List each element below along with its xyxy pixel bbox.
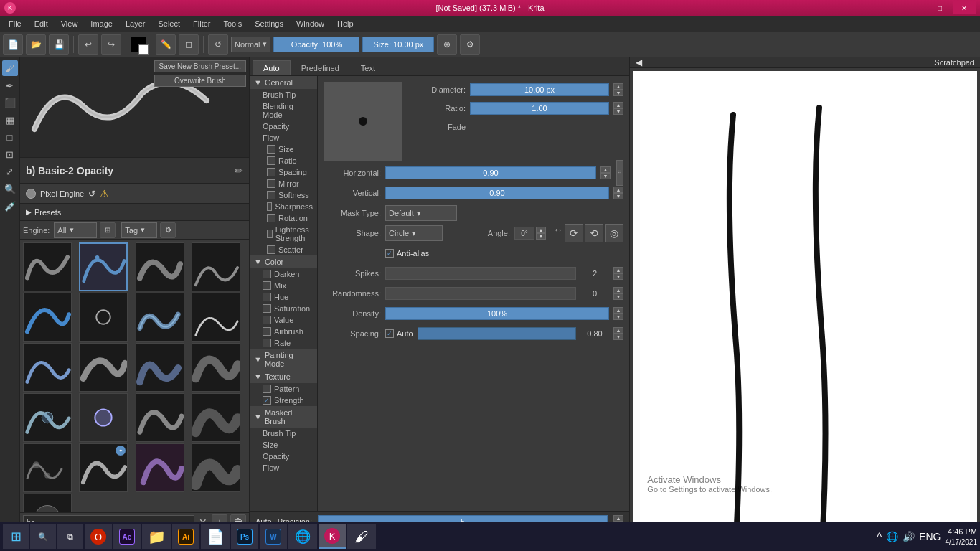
brush-preset-12[interactable] xyxy=(192,343,240,392)
spacing-spin[interactable]: ▲ ▼ xyxy=(613,327,623,340)
rnd-down[interactable]: ▼ xyxy=(613,293,623,300)
menu-layer[interactable]: Layer xyxy=(120,18,151,29)
item-opacity[interactable]: Opacity xyxy=(250,121,317,132)
tag-combo[interactable]: Tag ▾ xyxy=(121,222,157,238)
menu-edit[interactable]: Edit xyxy=(29,18,54,29)
spacing-auto-checkbox[interactable] xyxy=(385,329,394,338)
randomness-slider-track[interactable] xyxy=(385,287,576,300)
krita-app[interactable]: K xyxy=(319,524,346,549)
ratio-up[interactable]: ▲ xyxy=(613,102,623,108)
rnd-up[interactable]: ▲ xyxy=(613,287,623,293)
maximize-button[interactable]: □ xyxy=(928,1,951,14)
tray-chevron[interactable]: ^ xyxy=(877,531,882,542)
brush-preset-8[interactable] xyxy=(192,293,240,342)
brush-tool[interactable]: ✏️ xyxy=(156,34,176,55)
menu-tools[interactable]: Tools xyxy=(218,18,248,29)
masked-opacity[interactable]: Opacity xyxy=(250,451,317,462)
item-spacing[interactable]: Spacing xyxy=(250,166,317,178)
aftereffects-app[interactable]: Ae xyxy=(113,524,141,549)
new-file-button[interactable]: 📄 xyxy=(3,34,23,55)
item-size[interactable]: Size xyxy=(250,143,317,155)
item-hue[interactable]: Hue xyxy=(250,291,317,303)
brush-preset-20[interactable] xyxy=(192,443,240,492)
diameter-spin[interactable]: ▲ ▼ xyxy=(613,83,623,96)
hue-checkbox[interactable] xyxy=(263,293,271,301)
sp-up[interactable]: ▲ xyxy=(613,327,623,334)
menu-image[interactable]: Image xyxy=(85,18,118,29)
strength-checkbox[interactable] xyxy=(263,396,271,405)
item-brush-tip[interactable]: Brush Tip xyxy=(250,89,317,100)
angle-lock-btn[interactable]: ◎ xyxy=(605,224,623,242)
save-file-button[interactable]: 💾 xyxy=(49,34,69,55)
masked-size[interactable]: Size xyxy=(250,439,317,451)
eyedropper-tool[interactable]: 💉 xyxy=(2,198,18,214)
menu-settings[interactable]: Settings xyxy=(249,18,289,29)
size-slider[interactable]: Size: 10.00 px xyxy=(362,37,434,52)
item-saturation[interactable]: Saturation xyxy=(250,303,317,314)
brush-preset-17[interactable] xyxy=(23,443,72,492)
diameter-slider[interactable]: 10.00 px xyxy=(470,83,609,96)
undo-button[interactable]: ↩ xyxy=(78,34,98,55)
mask-type-combo[interactable]: Default ▾ xyxy=(385,205,457,221)
item-softness[interactable]: Softness xyxy=(250,189,317,201)
search-button[interactable]: 🔍 xyxy=(30,524,56,549)
h-down[interactable]: ▼ xyxy=(600,173,611,179)
ratio-spin[interactable]: ▲ ▼ xyxy=(613,102,623,115)
spikes-up[interactable]: ▲ xyxy=(613,267,623,273)
section-painting-mode[interactable]: ▼ Painting Mode xyxy=(250,349,317,370)
opera-app[interactable]: O xyxy=(85,524,112,549)
item-rotation[interactable]: Rotation xyxy=(250,212,317,224)
extra-app[interactable]: 🖌 xyxy=(347,524,376,549)
softness-checkbox[interactable] xyxy=(267,191,275,199)
den-down[interactable]: ▼ xyxy=(613,314,623,320)
gradient-tool[interactable]: ▦ xyxy=(2,112,18,128)
brush-preset-18[interactable]: ✦ xyxy=(79,443,128,492)
photoshop-app[interactable]: Ps xyxy=(231,524,258,549)
menu-view[interactable]: View xyxy=(55,18,84,29)
item-darken[interactable]: Darken xyxy=(250,268,317,280)
opacity-slider[interactable]: Opacity: 100% xyxy=(273,37,359,52)
tab-predefined[interactable]: Predefined xyxy=(291,60,350,75)
paint-brush-tool[interactable]: 🖌 xyxy=(2,60,18,76)
shape-combo[interactable]: Circle ▾ xyxy=(385,225,443,241)
menu-select[interactable]: Select xyxy=(152,18,186,29)
spikes-down[interactable]: ▼ xyxy=(613,273,623,280)
brush-preset-21[interactable] xyxy=(23,494,72,512)
clock[interactable]: 4:46 PM 4/17/2021 xyxy=(946,527,978,546)
menu-filter[interactable]: Filter xyxy=(187,18,216,29)
scratchpad-canvas[interactable] xyxy=(633,71,977,551)
antialias-checkbox[interactable] xyxy=(385,249,394,258)
vertical-spin[interactable]: ▲ ▼ xyxy=(613,187,623,199)
horizontal-spin[interactable]: ▲ ▼ xyxy=(600,166,611,179)
value-checkbox[interactable] xyxy=(263,316,271,324)
angle-spin[interactable]: ▲ ▼ xyxy=(536,227,546,240)
item-pattern[interactable]: Pattern xyxy=(250,383,317,395)
eraser-tool[interactable]: ◻ xyxy=(179,34,199,55)
item-ratio[interactable]: Ratio xyxy=(250,155,317,166)
brush-preset-9[interactable] xyxy=(23,343,72,392)
foreground-color[interactable] xyxy=(131,37,146,52)
overwrite-brush-button[interactable]: Overwrite Brush xyxy=(154,75,247,87)
lightness-checkbox[interactable] xyxy=(267,230,273,238)
diameter-down[interactable]: ▼ xyxy=(613,90,623,96)
spacing-checkbox[interactable] xyxy=(267,168,275,176)
darken-checkbox[interactable] xyxy=(263,270,271,278)
masked-brush-tip[interactable]: Brush Tip xyxy=(250,428,317,439)
size-checkbox[interactable] xyxy=(267,145,275,154)
item-mix[interactable]: Mix xyxy=(250,280,317,291)
rate-checkbox[interactable] xyxy=(263,339,271,347)
brush-preset-14[interactable] xyxy=(79,393,128,442)
menu-window[interactable]: Window xyxy=(291,18,330,29)
tag-options-button[interactable]: ⚙ xyxy=(160,222,176,238)
item-scatter[interactable]: Scatter xyxy=(250,244,317,255)
menu-help[interactable]: Help xyxy=(331,18,359,29)
open-file-button[interactable]: 📂 xyxy=(26,34,46,55)
mix-checkbox[interactable] xyxy=(263,281,271,290)
redo-button[interactable]: ↪ xyxy=(101,34,121,55)
rectangle-tool[interactable]: □ xyxy=(2,129,18,145)
resize-handle[interactable]: ⠿ xyxy=(616,160,623,186)
brush-preset-10[interactable] xyxy=(79,343,128,392)
brush-preset-19[interactable] xyxy=(136,443,184,492)
illustrator-app[interactable]: Ai xyxy=(172,524,199,549)
flip-v-btn[interactable]: ⟲ xyxy=(585,224,603,242)
